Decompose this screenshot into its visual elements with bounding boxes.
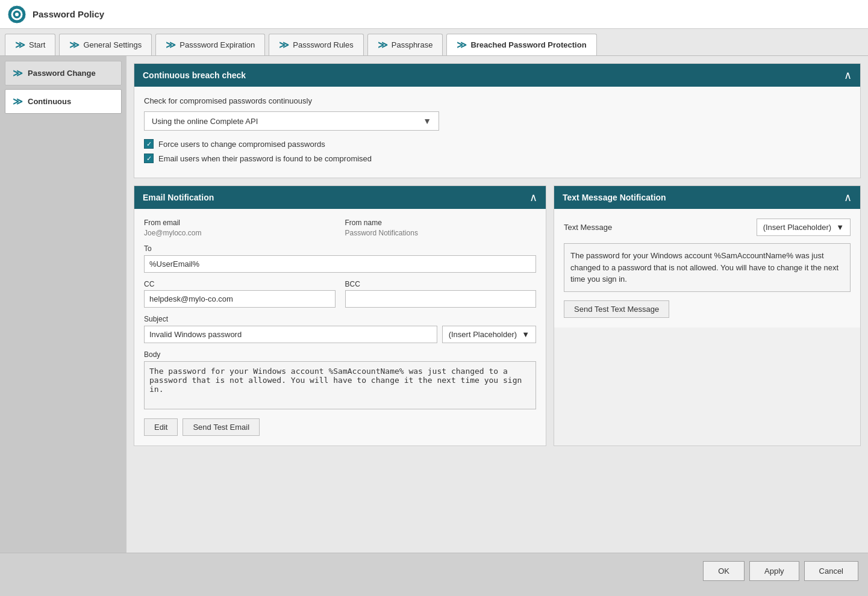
subject-row: (Insert Placeholder) ▼: [144, 326, 536, 343]
from-row: From email Joe@myloco.com From name Pass…: [144, 219, 536, 237]
text-notification-panel: Text Message Notification ∧ Text Message…: [554, 185, 861, 446]
tab-expiration[interactable]: ≫ Passsword Expiration: [155, 34, 265, 55]
sidebar-arrow-password-change: ≫: [13, 67, 23, 79]
api-option-dropdown[interactable]: Using the online Complete API ▼: [144, 111, 439, 131]
from-name-label: From name: [345, 219, 537, 227]
email-panel-title: Email Notification: [143, 193, 214, 202]
subject-input[interactable]: [144, 326, 437, 343]
sidebar-arrow-continuous: ≫: [13, 96, 23, 107]
bcc-input[interactable]: [345, 290, 537, 308]
sidebar: ≫ Password Change ≫ Continuous: [0, 56, 126, 553]
text-panel-body: Text Message (Insert Placeholder) ▼ The …: [554, 209, 860, 327]
sidebar-item-continuous[interactable]: ≫ Continuous: [5, 89, 122, 114]
checkbox-email-users: Email users when their password is found…: [144, 154, 851, 163]
subject-placeholder-dropdown[interactable]: (Insert Placeholder) ▼: [442, 326, 536, 343]
tab-passphrase[interactable]: ≫ Passphrase: [367, 34, 443, 55]
tab-bar: ≫ Start ≫ General Settings ≫ Passsword E…: [0, 29, 868, 56]
tab-breached[interactable]: ≫ Breached Password Protection: [446, 34, 596, 55]
content-area: Continuous breach check ∧ Check for comp…: [126, 56, 868, 553]
cc-label: CC: [144, 280, 336, 288]
app-title: Password Policy: [33, 9, 104, 19]
breach-check-panel-body: Check for compromised passwords continuo…: [134, 87, 860, 178]
tab-general[interactable]: ≫ General Settings: [59, 34, 152, 55]
svg-point-2: [15, 13, 19, 16]
email-panel-collapse-btn[interactable]: ∧: [529, 192, 537, 203]
cc-group: CC: [144, 280, 336, 308]
breach-check-collapse-btn[interactable]: ∧: [844, 70, 852, 81]
send-test-email-button[interactable]: Send Test Email: [183, 418, 260, 436]
checkbox-email-users-input[interactable]: [144, 154, 154, 163]
email-notification-panel: Email Notification ∧ From email Joe@mylo…: [134, 185, 546, 446]
subject-placeholder-arrow: ▼: [522, 330, 529, 339]
ok-button[interactable]: OK: [703, 561, 745, 581]
from-email-group: From email Joe@myloco.com: [144, 219, 336, 237]
from-name-hint: Password Notifications: [345, 229, 537, 237]
panels-row: Email Notification ∧ From email Joe@mylo…: [134, 185, 861, 446]
body-label: Body: [144, 350, 536, 359]
email-panel-body: From email Joe@myloco.com From name Pass…: [134, 209, 546, 445]
checkbox-force-change-input[interactable]: [144, 139, 154, 149]
apply-button[interactable]: Apply: [749, 561, 799, 581]
tab-icon-breached: ≫: [457, 39, 467, 51]
tab-icon-rules: ≫: [279, 39, 289, 51]
from-email-hint: Joe@myloco.com: [144, 229, 336, 237]
sidebar-item-password-change[interactable]: ≫ Password Change: [5, 61, 122, 85]
text-message-row: Text Message (Insert Placeholder) ▼: [564, 219, 851, 236]
sidebar-label-password-change: Password Change: [28, 69, 96, 78]
bcc-label: BCC: [345, 280, 537, 288]
tab-icon-start: ≫: [15, 39, 25, 51]
sidebar-label-continuous: Continuous: [28, 97, 71, 106]
checkbox-force-change-label: Force users to change compromised passwo…: [158, 140, 325, 149]
text-panel-header: Text Message Notification ∧: [554, 186, 860, 209]
text-placeholder-label: (Insert Placeholder): [763, 223, 831, 232]
checkbox-force-change: Force users to change compromised passwo…: [144, 139, 851, 149]
tab-rules[interactable]: ≫ Passsword Rules: [269, 34, 363, 55]
text-placeholder-dropdown[interactable]: (Insert Placeholder) ▼: [757, 219, 851, 236]
top-bar: Password Policy: [0, 0, 868, 29]
subject-placeholder-label: (Insert Placeholder): [449, 330, 517, 339]
text-placeholder-arrow: ▼: [836, 223, 844, 232]
text-message-body: The password for your Windows account %S…: [564, 243, 851, 292]
bcc-group: BCC: [345, 280, 537, 308]
tab-icon-expiration: ≫: [166, 39, 176, 51]
footer: OK Apply Cancel: [0, 553, 868, 589]
breach-check-panel: Continuous breach check ∧ Check for comp…: [134, 63, 861, 178]
cc-input[interactable]: [144, 290, 336, 308]
from-email-label: From email: [144, 219, 336, 227]
api-option-label: Using the online Complete API: [152, 117, 258, 126]
edit-button[interactable]: Edit: [144, 418, 178, 436]
to-input[interactable]: [144, 255, 536, 273]
cancel-button[interactable]: Cancel: [804, 561, 858, 581]
tab-label-general: General Settings: [83, 40, 142, 49]
tab-start[interactable]: ≫ Start: [5, 34, 55, 55]
tab-label-expiration: Passsword Expiration: [180, 40, 255, 49]
breach-check-panel-title: Continuous breach check: [143, 70, 246, 80]
text-message-label: Text Message: [564, 223, 612, 232]
body-textarea[interactable]: [144, 361, 536, 409]
text-panel-title: Text Message Notification: [563, 193, 666, 202]
tab-label-rules: Passsword Rules: [293, 40, 353, 49]
cc-bcc-row: CC BCC: [144, 280, 536, 308]
breach-check-description: Check for compromised passwords continuo…: [144, 96, 851, 105]
tab-label-breached: Breached Password Protection: [470, 40, 586, 49]
tab-label-start: Start: [29, 40, 45, 49]
to-label: To: [144, 244, 536, 253]
api-option-dropdown-arrow: ▼: [423, 116, 431, 126]
tab-icon-general: ≫: [69, 39, 80, 51]
send-test-text-button[interactable]: Send Test Text Message: [564, 300, 669, 318]
text-panel-collapse-btn[interactable]: ∧: [844, 192, 852, 203]
breach-check-panel-header: Continuous breach check ∧: [134, 64, 860, 87]
main-layout: ≫ Password Change ≫ Continuous Continuou…: [0, 56, 868, 553]
subject-label: Subject: [144, 315, 536, 323]
app-logo: [7, 5, 27, 24]
email-panel-header: Email Notification ∧: [134, 186, 546, 209]
checkbox-email-users-label: Email users when their password is found…: [158, 154, 372, 163]
tab-icon-passphrase: ≫: [378, 39, 388, 51]
email-btn-row: Edit Send Test Email: [144, 418, 536, 436]
tab-label-passphrase: Passphrase: [392, 40, 433, 49]
from-name-group: From name Password Notifications: [345, 219, 537, 237]
